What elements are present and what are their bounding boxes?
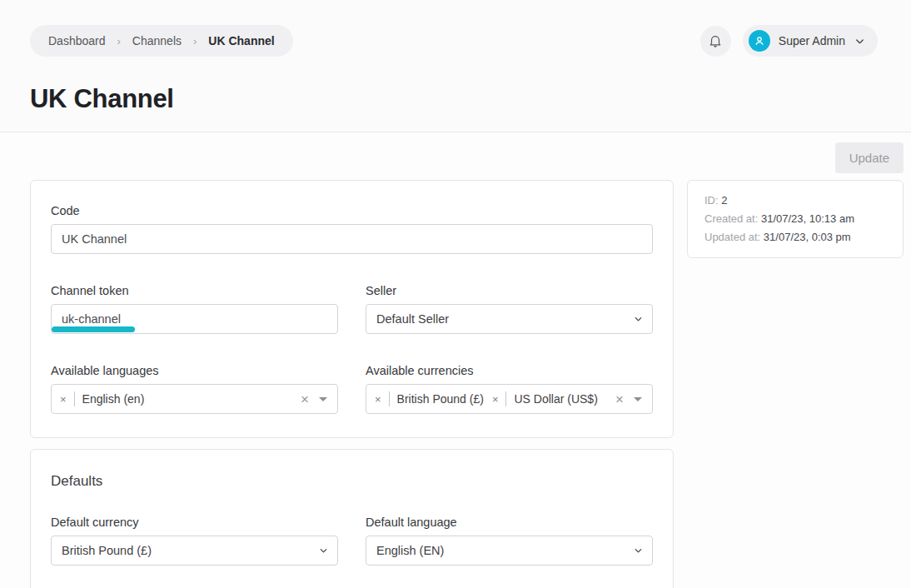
main-content: Update Code Channel token	[0, 132, 911, 588]
available-currencies-multiselect[interactable]: × British Pound (£) × US Dollar (US$)	[366, 384, 653, 414]
avatar	[749, 30, 770, 52]
clear-all-icon[interactable]: ×	[615, 392, 624, 406]
breadcrumb-item-dashboard[interactable]: Dashboard	[48, 34, 106, 47]
created-at-value: 31/07/23, 10:13 am	[761, 212, 854, 225]
remove-chip-icon[interactable]: ×	[375, 394, 381, 405]
languages-currencies-row: Available languages × English (en) ×	[51, 364, 653, 414]
updated-at-label: Updated at:	[704, 231, 760, 243]
chip-divider	[389, 391, 390, 406]
code-label: Code	[51, 204, 653, 217]
default-language-field-group: Default language English (EN)	[366, 516, 653, 566]
default-currency-label: Default currency	[51, 516, 338, 529]
chip-label: US Dollar (US$)	[514, 392, 597, 406]
update-button[interactable]: Update	[835, 142, 904, 173]
person-icon	[753, 34, 766, 47]
chevron-down-icon	[854, 35, 866, 47]
seller-field-group: Seller Default Seller	[366, 284, 653, 334]
breadcrumb: Dashboard › Channels › UK Channel	[30, 25, 293, 57]
currency-chip: × British Pound (£)	[375, 391, 484, 406]
available-currencies-field-group: Available currencies × British Pound (£)…	[366, 364, 653, 414]
user-menu[interactable]: Super Admin	[743, 25, 878, 57]
app-header: Dashboard › Channels › UK Channel	[0, 0, 911, 132]
notifications-button[interactable]	[700, 26, 731, 57]
content-layout: Code Channel token Seller	[30, 180, 911, 588]
clear-all-icon[interactable]: ×	[301, 392, 309, 406]
updated-at-value: 31/07/23, 0:03 pm	[764, 231, 851, 243]
chip-label: British Pound (£)	[397, 392, 484, 406]
breadcrumb-item-current: UK Channel	[208, 34, 274, 47]
token-accent-underline	[52, 326, 135, 332]
default-currency-field-group: Default currency British Pound (£)	[51, 516, 338, 566]
breadcrumb-separator-icon: ›	[117, 35, 121, 47]
seller-label: Seller	[366, 284, 653, 297]
available-languages-field-group: Available languages × English (en) ×	[51, 364, 338, 414]
chip-divider	[505, 391, 506, 406]
header-actions: Super Admin	[700, 25, 878, 57]
page-title: UK Channel	[30, 84, 911, 114]
chip-divider	[74, 391, 75, 406]
created-at-row: Created at: 31/07/23, 10:13 am	[704, 210, 886, 228]
currency-chip: × US Dollar (US$)	[492, 391, 598, 406]
updated-at-row: Updated at: 31/07/23, 0:03 pm	[704, 228, 886, 247]
code-input[interactable]	[51, 224, 653, 254]
toolbar: Update	[30, 142, 904, 173]
defaults-section-title: Defaults	[51, 473, 653, 490]
user-name: Super Admin	[779, 34, 845, 47]
caret-down-icon[interactable]	[634, 397, 642, 401]
default-language-label: Default language	[366, 516, 653, 529]
id-value: 2	[721, 194, 727, 207]
token-seller-row: Channel token Seller Default Seller	[51, 284, 653, 334]
breadcrumb-separator-icon: ›	[193, 35, 197, 47]
entity-meta-card: ID: 2 Created at: 31/07/23, 10:13 am Upd…	[687, 180, 904, 258]
language-chip: × English (en)	[60, 391, 144, 406]
chip-label: English (en)	[82, 392, 145, 406]
id-label: ID:	[704, 194, 719, 207]
default-language-select[interactable]: English (EN)	[366, 536, 653, 566]
channel-details-card: Code Channel token Seller	[30, 180, 674, 438]
defaults-row: Default currency British Pound (£) Defau…	[51, 516, 653, 566]
default-currency-select[interactable]: British Pound (£)	[51, 536, 338, 566]
available-languages-label: Available languages	[51, 364, 338, 377]
top-bar: Dashboard › Channels › UK Channel	[0, 0, 911, 57]
created-at-label: Created at:	[704, 212, 758, 225]
breadcrumb-item-channels[interactable]: Channels	[132, 34, 182, 47]
remove-chip-icon[interactable]: ×	[60, 394, 67, 405]
caret-down-icon[interactable]	[319, 397, 327, 401]
available-languages-multiselect[interactable]: × English (en) ×	[51, 384, 338, 414]
main-column: Code Channel token Seller	[30, 180, 674, 588]
channel-token-field-group: Channel token	[51, 284, 338, 334]
defaults-card: Defaults Default currency British Pound …	[30, 449, 674, 588]
code-field-group: Code	[51, 204, 653, 254]
entity-id-row: ID: 2	[704, 192, 886, 210]
aside-column: ID: 2 Created at: 31/07/23, 10:13 am Upd…	[687, 180, 904, 258]
available-currencies-label: Available currencies	[366, 364, 653, 377]
channel-token-label: Channel token	[51, 284, 338, 297]
remove-chip-icon[interactable]: ×	[492, 394, 499, 405]
bell-icon	[708, 33, 723, 48]
seller-select[interactable]: Default Seller	[366, 304, 653, 334]
